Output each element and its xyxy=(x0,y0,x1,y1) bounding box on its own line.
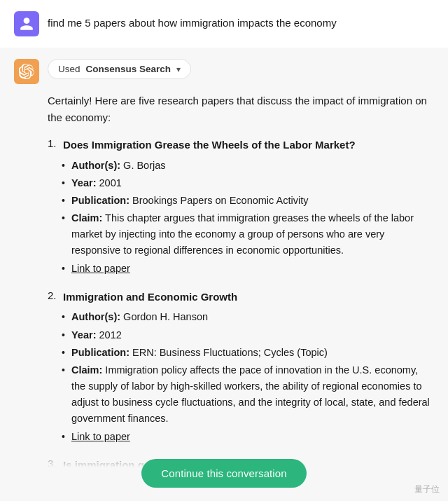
paper-1-author-value: G. Borjas xyxy=(123,160,165,171)
paper-item-1: 1. Does Immigration Grease the Wheels of… xyxy=(48,137,434,277)
paper-2-details: Author(s): Gordon H. Hanson Year: 2012 P… xyxy=(48,309,434,445)
watermark: 量子位 xyxy=(414,483,440,495)
page-container: find me 5 papers about how immigration i… xyxy=(0,0,448,501)
continue-conversation-button[interactable]: Continue this conversation xyxy=(141,459,306,488)
assistant-header: Used Consensus Search ▾ xyxy=(14,59,434,84)
paper-2-publication-label: Publication: xyxy=(71,347,130,358)
paper-1-title: Does Immigration Grease the Wheels of th… xyxy=(63,137,356,153)
paper-1-header: 1. Does Immigration Grease the Wheels of… xyxy=(48,137,434,153)
paper-1-author: Author(s): G. Borjas xyxy=(62,158,434,174)
paper-1-claim-value: This chapter argues that immigration gre… xyxy=(71,212,414,256)
assistant-section: Used Consensus Search ▾ Certainly! Here … xyxy=(0,48,448,497)
paper-2-link-anchor[interactable]: Link to paper xyxy=(71,431,130,442)
consensus-prefix: Used xyxy=(58,64,80,74)
paper-1-year-label: Year: xyxy=(71,177,96,188)
chevron-down-icon: ▾ xyxy=(176,64,181,74)
paper-1-publication: Publication: Brookings Papers on Economi… xyxy=(62,193,434,209)
paper-1-publication-label: Publication: xyxy=(71,195,130,206)
papers-list: 1. Does Immigration Grease the Wheels of… xyxy=(48,137,434,473)
paper-2-author: Author(s): Gordon H. Hanson xyxy=(62,309,434,325)
paper-1-link[interactable]: Link to paper xyxy=(62,261,434,277)
paper-2-link[interactable]: Link to paper xyxy=(62,429,434,445)
paper-2-claim-value: Immigration policy affects the pace of i… xyxy=(71,364,430,425)
user-avatar xyxy=(14,11,39,36)
paper-2-publication-value: ERN: Business Fluctuations; Cycles (Topi… xyxy=(132,347,328,358)
intro-text: Certainly! Here are five research papers… xyxy=(48,92,434,126)
paper-2-header: 2. Immigration and Economic Growth xyxy=(48,289,434,306)
paper-2-year-value: 2012 xyxy=(99,329,122,341)
paper-2-author-label: Author(s): xyxy=(71,311,120,322)
paper-2-year: Year: 2012 xyxy=(62,327,434,343)
consensus-tool-name: Consensus Search xyxy=(86,64,172,74)
paper-2-publication: Publication: ERN: Business Fluctuations;… xyxy=(62,345,434,361)
continue-btn-container: Continue this conversation xyxy=(0,445,448,501)
paper-1-details: Author(s): G. Borjas Year: 2001 Publicat… xyxy=(48,158,434,277)
paper-item-2: 2. Immigration and Economic Growth Autho… xyxy=(48,289,434,445)
paper-2-year-label: Year: xyxy=(71,329,96,341)
paper-2-claim-label: Claim: xyxy=(71,364,102,376)
user-message-text: find me 5 papers about how immigration i… xyxy=(48,11,434,32)
consensus-badge[interactable]: Used Consensus Search ▾ xyxy=(48,59,191,79)
paper-1-year: Year: 2001 xyxy=(62,175,434,191)
user-message-row: find me 5 papers about how immigration i… xyxy=(0,0,448,48)
assistant-content: Certainly! Here are five research papers… xyxy=(14,92,434,473)
paper-1-claim: Claim: This chapter argues that immigrat… xyxy=(62,210,434,259)
paper-1-author-label: Author(s): xyxy=(71,160,120,171)
paper-2-claim: Claim: Immigration policy affects the pa… xyxy=(62,362,434,427)
paper-1-claim-label: Claim: xyxy=(71,212,102,224)
paper-1-link-anchor[interactable]: Link to paper xyxy=(71,263,130,274)
paper-1-number: 1. xyxy=(48,137,60,149)
paper-1-publication-value: Brookings Papers on Economic Activity xyxy=(132,195,308,206)
assistant-avatar xyxy=(14,59,39,84)
paper-2-title: Immigration and Economic Growth xyxy=(63,289,237,306)
paper-2-number: 2. xyxy=(48,289,60,301)
paper-2-author-value: Gordon H. Hanson xyxy=(123,311,208,322)
paper-1-year-value: 2001 xyxy=(99,177,122,188)
